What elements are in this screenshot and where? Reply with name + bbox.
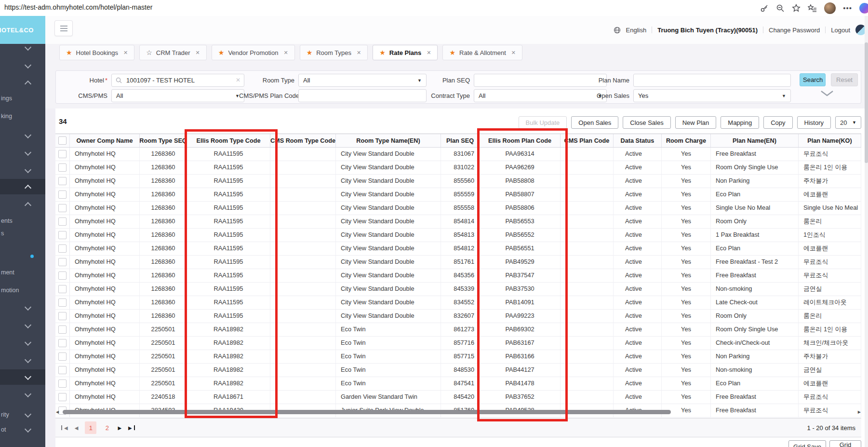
table-row[interactable]: Ohmyhotel HQ1268360RAA11595City View Sta… [55,269,861,283]
change-password-link[interactable]: Change Password [769,27,820,34]
tab-hotel-bookings[interactable]: ★Hotel Bookings✕ [59,45,134,60]
table-row[interactable]: Ohmyhotel HQ2240518RAA18671Garden View S… [55,391,861,404]
sidebar-item[interactable] [0,75,45,90]
table-row[interactable]: Ohmyhotel HQ2250501RAA18982Eco Twin84754… [55,377,861,391]
tab-room-types[interactable]: ★Room Types✕ [300,45,368,60]
close-tab-icon[interactable]: ✕ [196,50,200,56]
row-checkbox[interactable] [58,177,67,185]
page-2-button[interactable]: 2 [101,421,113,434]
table-row[interactable]: Ohmyhotel HQ2250501RAA18982Eco Twin84853… [55,364,861,377]
row-checkbox[interactable] [58,352,67,361]
row-checkbox[interactable] [58,258,67,266]
column-header-room-type-seq[interactable]: Room Type SEQ [140,134,187,147]
close-tab-icon[interactable]: ✕ [357,50,361,56]
sidebar-item[interactable] [0,352,45,368]
room-type-select[interactable]: All▼ [298,74,427,87]
row-checkbox[interactable] [58,339,67,347]
sidebar-item-king[interactable]: king [0,108,45,124]
row-checkbox[interactable] [58,163,67,172]
table-row[interactable]: Ohmyhotel HQ1268360RAA11595City View Sta… [55,148,861,161]
browser-profile-avatar[interactable] [824,2,836,14]
sidebar-item[interactable] [0,40,45,55]
sidebar-item[interactable] [0,387,45,402]
previous-page-button[interactable]: ◀ [75,425,79,431]
close-tab-icon[interactable]: ✕ [427,50,431,56]
row-checkbox[interactable] [58,379,67,388]
column-header-data-status[interactable]: Data Status [614,134,662,147]
cms-pms-plan-code-input[interactable] [298,89,427,102]
sidebar-item[interactable] [0,145,45,161]
key-icon[interactable] [760,4,769,13]
sidebar-item-ot[interactable]: ot [0,422,45,437]
table-row[interactable]: Ohmyhotel HQ1268360RAA11595City View Sta… [55,296,861,310]
open-sales-button[interactable]: Open Sales [571,116,618,129]
star-filled-icon[interactable]: ★ [307,49,313,56]
bulk-update-button[interactable]: Bulk Update [519,116,567,129]
column-header-ellis-room-type-code[interactable]: Ellis Room Type Code [187,134,270,147]
row-checkbox[interactable] [58,244,67,253]
row-checkbox[interactable] [58,190,67,199]
sidebar-item[interactable] [0,163,45,178]
history-button[interactable]: History [797,116,831,129]
favorite-star-icon[interactable] [792,4,801,13]
select-all-checkbox[interactable] [58,136,67,145]
row-checkbox[interactable] [58,393,67,401]
collapse-filters-icon[interactable] [820,90,834,98]
sidebar-item[interactable] [0,300,45,315]
column-header-cms-room-type-code[interactable]: CMS Room Type Code [270,134,336,147]
column-header-ellis-room-plan-code[interactable]: Ellis Room Plan Code [480,134,561,147]
copilot-icon[interactable] [859,3,868,14]
row-checkbox[interactable] [58,231,67,239]
sidebar-item[interactable] [0,369,45,385]
table-row[interactable]: Ohmyhotel HQ2250501RAA18982Eco Twin85771… [55,350,861,364]
column-header-plan-name-en[interactable]: Plan Name(EN) [711,134,799,147]
cms-pms-select[interactable]: All▼ [111,89,244,102]
table-row[interactable]: Ohmyhotel HQ1268360RAA11595City View Sta… [55,161,861,175]
tab-crm-trader[interactable]: ☆CRM Trader✕ [139,45,207,60]
copy-button[interactable]: Copy [763,116,792,129]
star-filled-icon[interactable]: ★ [379,49,386,56]
search-button[interactable]: Search [800,73,826,86]
close-tab-icon[interactable]: ✕ [283,50,288,56]
menu-toggle-button[interactable] [54,20,73,36]
row-checkbox[interactable] [58,366,67,374]
grid-save-button[interactable]: Grid Save [788,440,826,447]
vertical-scrollbar[interactable] [865,16,868,447]
sidebar-item-rity[interactable]: rity [0,407,45,422]
last-page-button[interactable]: ▶ [128,425,135,431]
row-checkbox[interactable] [58,312,67,320]
column-header-room-type-name-en[interactable]: Room Type Name(EN) [336,134,441,147]
table-row[interactable]: Ohmyhotel HQ1268360RAA11595City View Sta… [55,283,861,296]
new-plan-button[interactable]: New Plan [675,116,717,129]
column-header-owner-comp-name[interactable]: Owner Comp Name [70,134,140,147]
scroll-right-icon[interactable]: ▶ [858,410,861,414]
sidebar-item[interactable] [0,58,45,73]
table-row[interactable]: Ohmyhotel HQ1268360RAA11595City View Sta… [55,215,861,229]
close-tab-icon[interactable]: ✕ [123,50,128,56]
tab-rate-plans[interactable]: ★Rate Plans✕ [373,45,438,60]
table-row[interactable]: Ohmyhotel HQ2250501RAA18982Eco Twin85771… [55,337,861,350]
column-header-cms-plan-code[interactable]: CMS Plan Code [561,134,614,147]
star-filled-icon[interactable]: ★ [449,49,455,56]
table-row[interactable]: Ohmyhotel HQ1268360RAA11595City View Sta… [55,175,861,188]
reset-button[interactable]: Reset [831,73,858,86]
sidebar-item[interactable] [0,335,45,351]
table-row[interactable]: Ohmyhotel HQ1268360RAA11595City View Sta… [55,256,861,269]
first-page-button[interactable]: ◀ [61,425,68,431]
close-sales-button[interactable]: Close Sales [623,116,670,129]
row-checkbox[interactable] [58,204,67,212]
column-header-plan-seq[interactable]: Plan SEQ [441,134,480,147]
column-header-room-charge[interactable]: Room Charge [662,134,711,147]
grid-reset-button[interactable]: Grid Reset [829,440,861,447]
open-sales-select[interactable]: Yes▼ [633,89,791,102]
sidebar-item-s[interactable]: s [0,226,45,241]
page-size-select[interactable]: 20▼ [835,116,861,129]
sidebar-item-ings[interactable]: ings [0,91,45,106]
collections-icon[interactable] [808,4,817,13]
table-row[interactable]: Ohmyhotel HQ1268360RAA11595City View Sta… [55,188,861,202]
sidebar-item[interactable] [0,248,45,264]
page-1-button[interactable]: 1 [85,421,96,434]
next-page-button[interactable]: ▶ [118,425,121,431]
table-row[interactable]: Ohmyhotel HQ1268360RAA11595City View Sta… [55,310,861,323]
column-header-plan-name-ko[interactable]: Plan Name(KO) [799,134,861,147]
